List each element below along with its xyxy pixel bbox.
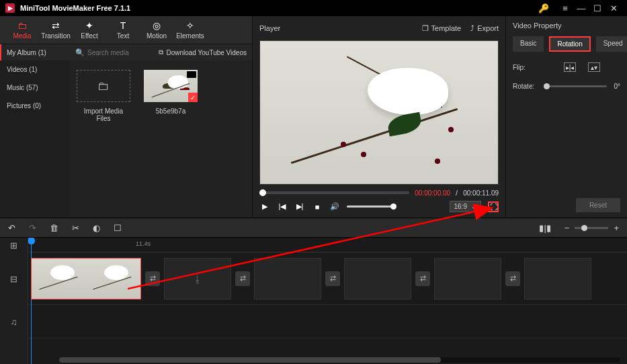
empty-slot[interactable] xyxy=(524,258,591,300)
empty-slot[interactable] xyxy=(434,258,501,300)
split-button[interactable]: ✂ xyxy=(72,223,79,233)
maximize-button[interactable]: ☐ xyxy=(589,3,605,13)
total-time: 00:00:11.09 xyxy=(463,189,499,197)
folder-icon: 🗀 xyxy=(5,20,39,31)
close-button[interactable]: ✕ xyxy=(605,3,622,13)
sidebar-item-music[interactable]: Music (57) xyxy=(0,79,70,97)
add-track-button[interactable]: ⊞ xyxy=(0,238,28,253)
scrub-bar[interactable]: 00:00:00.00 / 00:00:11.09 xyxy=(259,189,499,197)
motion-icon: ◎ xyxy=(140,20,173,31)
app-title: MiniTool MovieMaker Free 7.1.1 xyxy=(20,4,130,12)
license-key-icon[interactable]: 🔑 xyxy=(538,3,549,13)
template-button[interactable]: ❐ Template xyxy=(422,24,462,33)
tab-text[interactable]: T Text xyxy=(106,17,140,42)
time-separator: / xyxy=(456,189,458,197)
zoom-out-button[interactable]: − xyxy=(565,223,570,233)
transition-slot[interactable]: ⇄ xyxy=(415,271,430,286)
transition-slot[interactable]: ⇄ xyxy=(235,271,250,286)
search-input[interactable] xyxy=(87,49,155,56)
clip-name: 5b5e9b7a xyxy=(144,107,198,115)
download-icon: ⧉ xyxy=(159,48,163,56)
media-clip-tile[interactable]: ✓ 5b5e9b7a xyxy=(144,70,198,122)
ruler-tick: 11.4s xyxy=(136,240,151,247)
tab-transition[interactable]: ⇄ Transition xyxy=(39,17,73,42)
import-folder-icon: 🗀 xyxy=(77,70,130,102)
delete-button[interactable]: 🗑 xyxy=(50,223,58,233)
audio-track-icon[interactable]: ♫ xyxy=(0,305,28,338)
current-time: 00:00:00.00 xyxy=(415,189,450,197)
undo-button[interactable]: ↶ xyxy=(8,223,15,233)
flip-label: Flip: xyxy=(513,64,537,71)
volume-slider[interactable] xyxy=(347,206,394,208)
video-track[interactable]: ⇄ ⭳ ⇄ ⇄ ⇄ ⇄ xyxy=(28,253,627,305)
transition-slot[interactable]: ⇄ xyxy=(325,271,340,286)
template-label: Template xyxy=(431,24,462,32)
play-button[interactable]: ▶ xyxy=(259,201,270,212)
empty-slot[interactable] xyxy=(254,258,321,300)
video-track-icon[interactable]: ⊟ xyxy=(0,253,28,305)
timeline: ⊞ ⊟ ♫ 11.4s ⇄ ⭳ ⇄ ⇄ ⇄ ⇄ xyxy=(0,238,627,364)
crop-button[interactable]: ☐ xyxy=(114,223,122,233)
video-badge-icon xyxy=(187,71,196,78)
export-label: Export xyxy=(477,24,499,32)
zoom-in-button[interactable]: + xyxy=(614,223,619,233)
tab-motion[interactable]: ◎ Motion xyxy=(140,17,173,42)
tab-speed[interactable]: Speed xyxy=(596,36,627,52)
transition-slot[interactable]: ⇄ xyxy=(505,271,520,286)
preview-viewport[interactable] xyxy=(259,40,499,185)
reset-button[interactable]: Reset xyxy=(576,198,620,212)
sidebar-item-pictures[interactable]: Pictures (0) xyxy=(0,97,70,115)
check-icon: ✓ xyxy=(188,93,198,102)
tab-effect-label: Effect xyxy=(73,32,106,40)
tab-motion-label: Motion xyxy=(140,32,173,40)
player-controls: ▶ |◀ ▶| ■ 🔊 16:9 ⌄ ⛶ xyxy=(259,201,499,212)
aspect-ratio-select[interactable]: 16:9 ⌄ xyxy=(450,201,481,212)
fit-button[interactable]: ▮|▮ xyxy=(539,223,550,233)
speed-button[interactable]: ◐ xyxy=(93,223,100,233)
effect-icon: ✦ xyxy=(73,20,106,31)
horizontal-scrollbar[interactable] xyxy=(59,357,620,363)
transition-slot[interactable]: ⇄ xyxy=(145,271,160,286)
download-youtube-button[interactable]: ⧉ Download YouTube Videos xyxy=(159,48,247,56)
tab-media[interactable]: 🗀 Media xyxy=(5,17,39,42)
stop-button[interactable]: ■ xyxy=(312,201,323,212)
timeline-tracks[interactable]: 11.4s ⇄ ⭳ ⇄ ⇄ ⇄ ⇄ xyxy=(28,238,627,364)
sidebar-item-videos[interactable]: Videos (1) xyxy=(0,60,70,79)
main-area: 🗀 Media ⇄ Transition ✦ Effect T Text ◎ M… xyxy=(0,16,627,218)
clip-thumbnail: ✓ xyxy=(144,70,198,102)
tab-rotation[interactable]: Rotation xyxy=(549,36,590,52)
tab-transition-label: Transition xyxy=(39,32,73,40)
flip-horizontal-button[interactable]: ▸|◂ xyxy=(564,62,576,72)
text-icon: T xyxy=(106,20,140,31)
empty-slot[interactable] xyxy=(344,258,411,300)
playhead[interactable] xyxy=(31,238,32,364)
rotate-value: 0° xyxy=(614,83,620,90)
media-grid-header: 🔍 ⧉ Download YouTube Videos xyxy=(70,44,252,60)
flip-vertical-button[interactable]: ▴▾ xyxy=(588,62,600,72)
template-icon: ❐ xyxy=(422,24,429,33)
zoom-slider[interactable] xyxy=(575,227,608,229)
ratio-value: 16:9 xyxy=(454,203,467,210)
zoom-control: − + xyxy=(565,223,619,233)
timeline-toolbar: ↶ ↷ 🗑 ✂ ◐ ☐ ▮|▮ − + xyxy=(0,218,627,238)
audio-track[interactable] xyxy=(28,305,627,338)
timeline-clip[interactable] xyxy=(31,258,141,300)
empty-slot[interactable]: ⭳ xyxy=(164,258,231,300)
sidebar-item-album[interactable]: My Album (1) xyxy=(0,44,70,60)
tab-basic[interactable]: Basic xyxy=(513,36,544,52)
menu-button[interactable]: ≡ xyxy=(557,3,573,13)
import-media-tile[interactable]: 🗀 Import Media Files xyxy=(77,70,130,122)
redo-button[interactable]: ↷ xyxy=(29,223,36,233)
export-button[interactable]: ⤴ Export xyxy=(470,24,499,32)
minimize-button[interactable]: — xyxy=(573,3,589,13)
volume-icon[interactable]: 🔊 xyxy=(329,201,340,212)
rotate-slider[interactable] xyxy=(544,85,607,87)
video-property-panel: Video Property Basic Rotation Speed Flip… xyxy=(506,16,627,218)
fullscreen-button[interactable]: ⛶ xyxy=(488,201,499,212)
time-ruler[interactable]: 11.4s xyxy=(28,238,627,253)
media-grid: 🔍 ⧉ Download YouTube Videos 🗀 Import Med… xyxy=(70,44,252,218)
tab-elements[interactable]: ✧ Elements xyxy=(173,17,207,42)
next-frame-button[interactable]: ▶| xyxy=(294,201,305,212)
tab-effect[interactable]: ✦ Effect xyxy=(73,17,106,42)
prev-frame-button[interactable]: |◀ xyxy=(277,201,288,212)
